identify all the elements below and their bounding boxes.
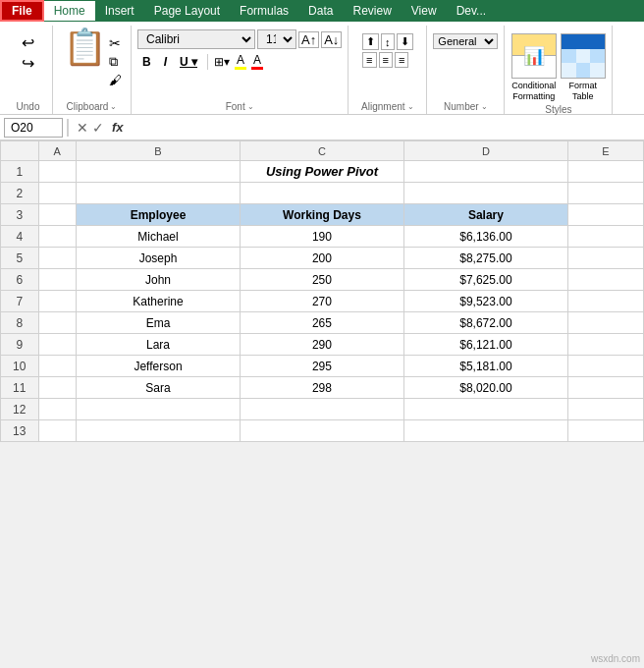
align-bottom-button[interactable]: ⬇ [397, 33, 413, 50]
cell-a9[interactable] [38, 334, 77, 356]
cell-e9[interactable] [567, 334, 643, 356]
font-size-increase-button[interactable]: A↑ [298, 31, 319, 48]
font-expand-icon[interactable]: ⌄ [247, 102, 254, 111]
cell-b6[interactable]: John [77, 269, 241, 291]
align-right-button[interactable]: ≡ [395, 52, 408, 68]
menu-page-layout[interactable]: Page Layout [144, 1, 230, 21]
cell-e3[interactable] [567, 204, 643, 226]
underline-button[interactable]: U ▾ [175, 53, 202, 71]
cancel-formula-button[interactable]: ✕ [77, 120, 88, 136]
cell-e1[interactable] [567, 161, 643, 183]
number-expand-icon[interactable]: ⌄ [481, 102, 488, 111]
cell-a12[interactable] [38, 399, 77, 420]
col-header-b[interactable]: B [77, 141, 241, 161]
fill-color-button[interactable]: A [234, 52, 247, 71]
cell-c7[interactable]: 270 [240, 291, 403, 312]
copy-button[interactable]: ⧉ [109, 54, 122, 70]
cell-a6[interactable] [38, 269, 77, 291]
cell-c13[interactable] [240, 420, 403, 442]
cell-e8[interactable] [567, 312, 643, 334]
cell-e11[interactable] [567, 377, 643, 399]
cell-a5[interactable] [38, 248, 77, 269]
cell-d4[interactable]: $6,136.00 [403, 226, 567, 248]
cell-a10[interactable] [38, 356, 77, 377]
cell-b10[interactable]: Jefferson [77, 356, 241, 377]
cell-c12[interactable] [240, 399, 403, 420]
redo-button[interactable]: ↪ [22, 54, 34, 73]
cell-e4[interactable] [567, 226, 643, 248]
col-header-c[interactable]: C [240, 141, 403, 161]
formula-input[interactable] [128, 119, 640, 137]
font-color-button[interactable]: A [250, 52, 264, 71]
cell-d8[interactable]: $8,672.00 [403, 312, 567, 334]
cell-a4[interactable] [38, 226, 77, 248]
cut-button[interactable]: ✂ [109, 35, 122, 51]
cell-c10[interactable]: 295 [240, 356, 403, 377]
cell-c5[interactable]: 200 [240, 248, 403, 269]
confirm-formula-button[interactable]: ✓ [92, 120, 104, 136]
cell-b4[interactable]: Michael [77, 226, 241, 248]
cell-b2[interactable] [77, 183, 241, 204]
cell-b3[interactable]: Employee [77, 204, 241, 226]
cell-c3[interactable]: Working Days [240, 204, 403, 226]
cell-b5[interactable]: Joseph [77, 248, 241, 269]
paste-button[interactable]: 📋 [63, 29, 107, 65]
alignment-expand-icon[interactable]: ⌄ [407, 102, 414, 111]
cell-a11[interactable] [38, 377, 77, 399]
cell-c4[interactable]: 190 [240, 226, 403, 248]
cell-c6[interactable]: 250 [240, 269, 403, 291]
cell-b8[interactable]: Ema [77, 312, 241, 334]
align-middle-button[interactable]: ↕ [381, 33, 395, 50]
cell-b11[interactable]: Sara [77, 377, 241, 399]
cell-a2[interactable] [38, 183, 77, 204]
cell-d10[interactable]: $5,181.00 [403, 356, 567, 377]
cell-c9[interactable]: 290 [240, 334, 403, 356]
cell-d3[interactable]: Salary [403, 204, 567, 226]
cell-reference-input[interactable] [4, 118, 63, 138]
cell-a13[interactable] [38, 420, 77, 442]
cell-d5[interactable]: $8,275.00 [403, 248, 567, 269]
cell-e13[interactable] [567, 420, 643, 442]
cell-d11[interactable]: $8,020.00 [403, 377, 567, 399]
cell-b13[interactable] [77, 420, 241, 442]
menu-view[interactable]: View [402, 1, 447, 21]
col-header-d[interactable]: D [403, 141, 567, 161]
align-left-button[interactable]: ≡ [362, 52, 376, 68]
cell-a1[interactable] [38, 161, 77, 183]
cell-b1[interactable] [77, 161, 241, 183]
border-button[interactable]: ⊞▾ [213, 54, 231, 70]
cell-d1[interactable] [403, 161, 567, 183]
font-size-decrease-button[interactable]: A↓ [321, 31, 342, 48]
number-format-select[interactable]: General [433, 33, 498, 49]
file-button[interactable]: File [0, 0, 44, 22]
menu-data[interactable]: Data [298, 1, 343, 21]
undo-button[interactable]: ↩ [22, 33, 34, 52]
cell-e2[interactable] [567, 183, 643, 204]
align-top-button[interactable]: ⬆ [362, 33, 379, 50]
menu-home[interactable]: Home [44, 1, 95, 21]
font-name-select[interactable]: Calibri [137, 29, 255, 49]
cell-d13[interactable] [403, 420, 567, 442]
cell-e12[interactable] [567, 399, 643, 420]
menu-review[interactable]: Review [343, 1, 401, 21]
col-header-a[interactable]: A [38, 141, 77, 161]
cell-b9[interactable]: Lara [77, 334, 241, 356]
bold-button[interactable]: B [137, 53, 156, 71]
col-header-e[interactable]: E [567, 141, 643, 161]
menu-formulas[interactable]: Formulas [230, 1, 298, 21]
clipboard-expand-icon[interactable]: ⌄ [110, 102, 117, 111]
cell-a8[interactable] [38, 312, 77, 334]
italic-button[interactable]: I [159, 53, 172, 71]
cell-d7[interactable]: $9,523.00 [403, 291, 567, 312]
cell-d6[interactable]: $7,625.00 [403, 269, 567, 291]
cell-e10[interactable] [567, 356, 643, 377]
cell-a3[interactable] [38, 204, 77, 226]
cell-b7[interactable]: Katherine [77, 291, 241, 312]
cell-e6[interactable] [567, 269, 643, 291]
cell-b12[interactable] [77, 399, 241, 420]
menu-dev[interactable]: Dev... [447, 1, 496, 21]
cell-d12[interactable] [403, 399, 567, 420]
format-table-button[interactable]: Format Table [561, 33, 606, 102]
conditional-formatting-button[interactable]: 📊 Conditional Formatting [511, 33, 557, 102]
font-size-select[interactable]: 11 [257, 29, 296, 49]
